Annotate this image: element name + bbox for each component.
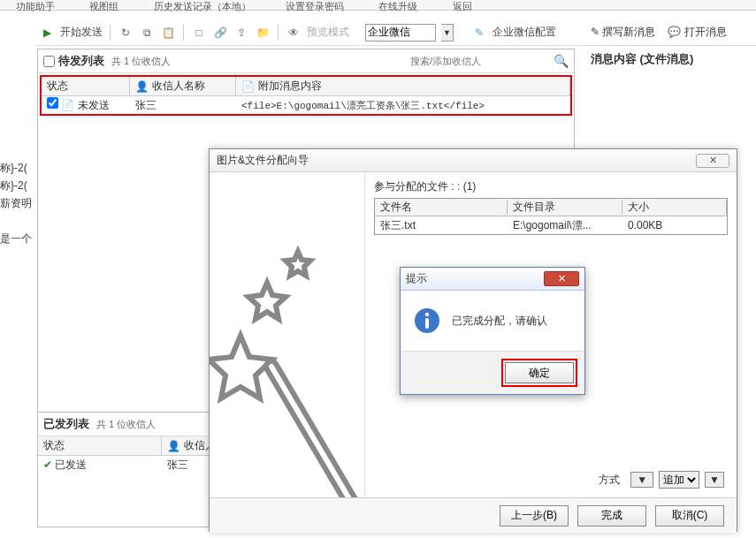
ok-button[interactable]: 确定	[505, 362, 574, 383]
wechat-config-icon: ✎	[471, 25, 487, 41]
dialog-title-text: 提示	[406, 271, 427, 286]
method-arrow-button[interactable]: ▼	[630, 472, 653, 488]
wizard-titlebar[interactable]: 图片&文件分配向导 ✕	[210, 149, 737, 172]
right-panel: ✎ 撰写新消息 💬 打开消息 消息内容 (文件消息)	[584, 19, 756, 64]
wechat-config-button[interactable]: 企业微信配置	[493, 25, 556, 40]
col-filesize[interactable]: 大小	[622, 200, 727, 215]
dialog-titlebar[interactable]: 提示 ✕	[401, 268, 584, 291]
prev-button[interactable]: 上一步(B)	[500, 505, 569, 527]
compose-icon: ✎	[591, 26, 599, 38]
col-filedir[interactable]: 文件目录	[508, 200, 622, 215]
confirm-dialog: 提示 ✕ 已完成分配，请确认 确定	[400, 267, 585, 395]
eye-icon: 👁	[286, 25, 302, 41]
col-status[interactable]: 状态	[38, 436, 162, 455]
play-icon[interactable]: ▶	[39, 25, 55, 41]
link-icon[interactable]: 🔗	[212, 25, 228, 41]
user-icon: 👤	[167, 440, 180, 452]
method-label: 方式	[599, 473, 620, 488]
search-recipient-input[interactable]	[409, 54, 550, 68]
sent-count: 共 1 位收信人	[96, 418, 156, 431]
pending-count: 共 1 位收信人	[111, 55, 171, 68]
start-send-button[interactable]: 开始发送	[60, 25, 103, 40]
ribbon-item[interactable]: 视图组	[89, 0, 118, 13]
new-icon[interactable]: □	[191, 25, 207, 41]
info-icon	[413, 307, 441, 335]
file-row[interactable]: 张三.txt E:\gogomail\漂... 0.00KB	[375, 216, 727, 234]
files-label: 参与分配的文件 : : (1)	[374, 179, 728, 194]
svg-rect-4	[425, 318, 429, 329]
compose-button[interactable]: ✎ 撰写新消息	[591, 25, 655, 40]
ribbon-item[interactable]: 功能助手	[16, 0, 55, 13]
top-ribbon: 功能助手 视图组 历史发送记录（本地） 设置登录密码 在线升级 返回	[0, 0, 756, 11]
chevron-down-icon[interactable]: ▼	[441, 24, 454, 42]
col-name[interactable]: 👤收信人名称	[130, 77, 236, 95]
svg-point-3	[425, 313, 429, 316]
wizard-sidebar-graphic	[210, 172, 365, 497]
platform-select[interactable]	[365, 24, 436, 42]
check-icon: ✔	[43, 458, 52, 471]
ribbon-item[interactable]: 历史发送记录（本地）	[154, 0, 251, 13]
method-select[interactable]: 追加	[659, 471, 699, 489]
folder-icon[interactable]: 📁	[255, 25, 271, 41]
refresh-icon[interactable]: ↻	[118, 25, 134, 41]
bubble-icon: 💬	[668, 26, 681, 38]
file-icon: 📄	[61, 99, 74, 111]
col-filename[interactable]: 文件名	[375, 200, 508, 215]
preview-label[interactable]: 预览模式	[307, 25, 349, 40]
pending-row[interactable]: 📄 未发送 张三 <file>E:\gogomail\漂亮工资条\张三.txt<…	[42, 96, 570, 114]
user-icon: 👤	[135, 80, 149, 93]
col-attach[interactable]: 📄附加消息内容	[236, 77, 570, 95]
close-icon[interactable]: ✕	[544, 271, 579, 286]
finish-button[interactable]: 完成	[577, 505, 646, 527]
cancel-button[interactable]: 取消(C)	[655, 505, 724, 527]
ribbon-item[interactable]: 设置登录密码	[286, 0, 344, 13]
ribbon-item[interactable]: 在线升级	[378, 0, 417, 13]
open-message-button[interactable]: 💬 打开消息	[668, 25, 726, 40]
chevron-down-icon[interactable]: ▼	[705, 472, 724, 488]
highlight-box: 状态 👤收信人名称 📄附加消息内容 📄 未发送 张三 <file>E:\gogo…	[40, 75, 572, 116]
col-status[interactable]: 状态	[42, 77, 130, 95]
dialog-message: 已完成分配，请确认	[452, 314, 547, 329]
paste-icon[interactable]: 📋	[160, 25, 176, 41]
wand-stars-icon	[210, 199, 365, 497]
wizard-title-text: 图片&文件分配向导	[217, 153, 309, 168]
ribbon-item[interactable]: 返回	[453, 0, 472, 13]
row-checkbox[interactable]	[47, 97, 58, 109]
close-icon[interactable]: ✕	[696, 154, 729, 168]
pending-title: 待发列表	[58, 53, 104, 69]
ok-highlight-box: 确定	[501, 359, 577, 387]
left-cutoff-text: 称}-2( 称}-2( 薪资明 是一个	[0, 159, 37, 247]
sent-title: 已发列表	[43, 416, 89, 432]
message-content-title: 消息内容 (文件消息)	[584, 46, 756, 72]
file-list: 文件名 文件目录 大小 张三.txt E:\gogomail\漂... 0.00…	[374, 198, 728, 235]
doc-icon: 📄	[241, 80, 255, 93]
pending-column-header: 状态 👤收信人名称 📄附加消息内容	[42, 77, 570, 96]
search-icon[interactable]: 🔍	[554, 54, 569, 68]
copy-icon[interactable]: ⧉	[139, 25, 155, 41]
up-icon[interactable]: ⇪	[233, 25, 249, 41]
select-all-checkbox[interactable]	[43, 56, 55, 67]
